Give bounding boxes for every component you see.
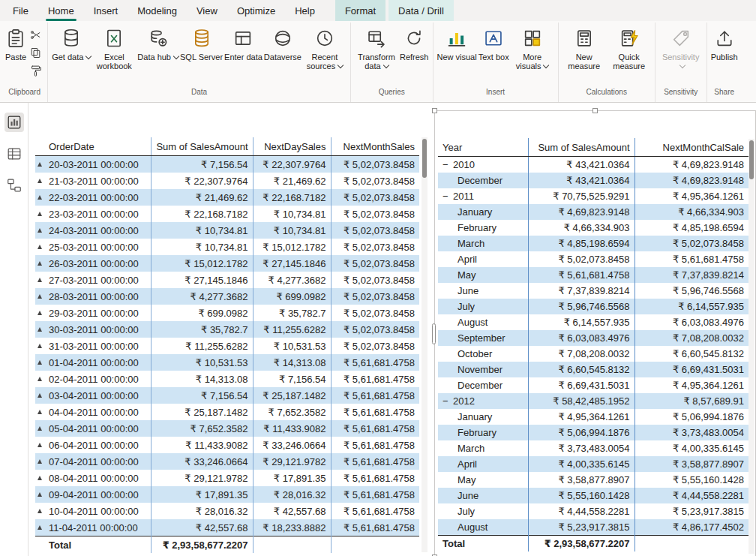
enter-data-button[interactable]: Enter data	[224, 23, 262, 86]
quick-measure-button[interactable]: Quick measure	[608, 23, 651, 86]
matrix-row[interactable]: −August ₹ 5,23,917.3815 ₹ 4,86,177.4502	[438, 519, 748, 536]
matrix-row[interactable]: −April ₹ 5,02,073.8458 ₹ 5,61,681.4758	[438, 251, 748, 267]
collapse-icon[interactable]: −	[442, 191, 453, 202]
table-row[interactable]: 25-03-2011 00:00:00 ₹ 10,734.81 ₹ 15,012…	[35, 239, 419, 255]
more-visuals-button[interactable]: More visuals	[511, 23, 554, 86]
matrix-visual-monthly-sales[interactable]: Year Sum of SalesAmount NextMonthCalSale…	[434, 110, 756, 556]
matrix-row[interactable]: −December ₹ 6,69,431.5031 ₹ 4,95,364.126…	[438, 377, 748, 393]
get-data-button[interactable]: Get data	[52, 23, 91, 86]
format-painter-icon[interactable]	[29, 65, 42, 77]
matrix-row[interactable]: −February ₹ 5,06,994.1876 ₹ 3,73,483.005…	[438, 425, 748, 440]
matrix-row[interactable]: −May ₹ 5,61,681.4758 ₹ 7,37,839.8214	[438, 267, 748, 283]
publish-button[interactable]: Publish	[711, 23, 738, 86]
table-row[interactable]: 06-04-2011 00:00:00 ₹ 11,433.9082 ₹ 33,2…	[35, 437, 419, 453]
dataverse-button[interactable]: Dataverse	[264, 23, 302, 86]
paste-button[interactable]: Paste	[5, 23, 26, 86]
table-row[interactable]: 11-04-2011 00:00:00 ₹ 42,557.68 ₹ 18,233…	[35, 519, 419, 536]
resize-handle-top-middle[interactable]	[592, 108, 598, 113]
matrix-row[interactable]: −May ₹ 3,58,877.8907 ₹ 5,55,160.1428	[438, 472, 748, 488]
ribbon-tab[interactable]: File	[3, 0, 38, 21]
table-row[interactable]: 09-04-2011 00:00:00 ₹ 17,891.35 ₹ 28,016…	[35, 486, 419, 503]
table-row[interactable]: 04-04-2011 00:00:00 ₹ 25,187.1482 ₹ 7,65…	[35, 404, 419, 420]
matrix-row[interactable]: −July ₹ 4,44,558.2281 ₹ 5,23,917.3815	[438, 503, 748, 519]
excel-workbook-button[interactable]: Excel workbook	[92, 23, 136, 86]
column-header-year[interactable]: Year	[438, 138, 528, 157]
column-header-next-day-sales[interactable]: NextDaySales	[253, 137, 331, 156]
ribbon-tab[interactable]: Insert	[84, 0, 128, 21]
matrix-row[interactable]: −August ₹ 6,14,557.935 ₹ 6,03,083.4976	[438, 314, 748, 330]
resize-handle-top-left[interactable]	[432, 108, 437, 113]
matrix-row[interactable]: −July ₹ 5,96,746.5568 ₹ 6,14,557.935	[438, 299, 748, 314]
table-row[interactable]: 01-04-2011 00:00:00 ₹ 10,531.53 ₹ 14,313…	[35, 354, 419, 371]
next-month-sales-cell: ₹ 5,02,073.8458	[331, 305, 419, 321]
new-visual-button[interactable]: New visual	[437, 23, 477, 86]
table-row[interactable]: 26-03-2011 00:00:00 ₹ 15,012.1782 ₹ 27,1…	[35, 255, 419, 272]
table-row[interactable]: 28-03-2011 00:00:00 ₹ 4,277.3682 ₹ 699.0…	[35, 288, 419, 305]
matrix-row[interactable]: −2010 ₹ 43,421.0364 ₹ 4,69,823.9148	[438, 157, 748, 173]
table-row[interactable]: 21-03-2011 00:00:00 ₹ 22,307.9764 ₹ 21,4…	[35, 173, 419, 189]
ribbon-tab[interactable]: Home	[38, 0, 84, 21]
scrollbar[interactable]	[422, 137, 428, 552]
matrix-row[interactable]: −November ₹ 6,60,545.8132 ₹ 6,69,431.503…	[438, 362, 748, 377]
recent-sources-button[interactable]: Recent sources	[303, 23, 346, 86]
refresh-button[interactable]: Refresh	[400, 23, 429, 86]
matrix-row[interactable]: −October ₹ 7,08,208.0032 ₹ 6,60,545.8132	[438, 346, 748, 362]
sales-amount-cell: ₹ 35,782.7	[151, 321, 253, 338]
table-row[interactable]: 05-04-2011 00:00:00 ₹ 7,652.3582 ₹ 11,43…	[35, 420, 419, 437]
table-row[interactable]: 10-04-2011 00:00:00 ₹ 28,016.32 ₹ 42,557…	[35, 503, 419, 519]
table-row[interactable]: 23-03-2011 00:00:00 ₹ 22,168.7182 ₹ 10,7…	[35, 206, 419, 222]
matrix-row[interactable]: −September ₹ 6,03,083.4976 ₹ 7,08,208.00…	[438, 330, 748, 346]
table-view-icon[interactable]	[4, 144, 24, 164]
matrix-row[interactable]: −2012 ₹ 58,42,485.1952 ₹ 8,57,689.91	[438, 393, 748, 409]
table-row[interactable]: 03-04-2011 00:00:00 ₹ 7,156.54 ₹ 25,187.…	[35, 387, 419, 404]
table-row[interactable]: 27-03-2011 00:00:00 ₹ 27,145.1846 ₹ 4,27…	[35, 272, 419, 288]
matrix-row[interactable]: −April ₹ 4,00,335.6145 ₹ 3,58,877.8907	[438, 456, 748, 472]
new-measure-button[interactable]: New measure	[562, 23, 606, 86]
matrix-row[interactable]: −January ₹ 4,95,364.1261 ₹ 5,06,994.1876	[438, 409, 748, 425]
table-row[interactable]: 02-04-2011 00:00:00 ₹ 14,313.08 ₹ 7,156.…	[35, 371, 419, 387]
table-visual-daily-sales[interactable]: OrderDate Sum of SalesAmount NextDaySale…	[34, 112, 429, 554]
table-row[interactable]: 22-03-2011 00:00:00 ₹ 21,469.62 ₹ 22,168…	[35, 189, 419, 206]
resize-handle-left-middle[interactable]	[432, 323, 436, 344]
ribbon-tab[interactable]: Help	[285, 0, 325, 21]
cut-icon[interactable]	[29, 29, 42, 41]
table-row[interactable]: 29-03-2011 00:00:00 ₹ 699.0982 ₹ 35,782.…	[35, 305, 419, 321]
report-view-icon[interactable]	[4, 113, 24, 132]
scrollbar-thumb[interactable]	[749, 140, 754, 179]
transform-data-button[interactable]: Transform data	[355, 23, 398, 86]
table-row[interactable]: 20-03-2011 00:00:00 ₹ 7,156.54 ₹ 22,307.…	[35, 156, 419, 173]
sql-server-button[interactable]: SQL Server	[180, 23, 223, 86]
column-header-next-month-cal-sale[interactable]: NextMonthCalSale	[634, 138, 748, 157]
matrix-row[interactable]: −December ₹ 43,421.0364 ₹ 4,69,823.9148	[438, 173, 748, 188]
matrix-row[interactable]: −January ₹ 4,69,823.9148 ₹ 4,66,334.903	[438, 204, 748, 220]
table-row[interactable]: 31-03-2011 00:00:00 ₹ 11,255.6282 ₹ 10,5…	[35, 338, 419, 354]
matrix-row[interactable]: −March ₹ 4,85,198.6594 ₹ 5,02,073.8458	[438, 236, 748, 251]
column-header-next-month-sales[interactable]: NextMonthSales	[331, 137, 419, 156]
model-view-icon[interactable]	[4, 176, 24, 195]
column-header-sales-amount[interactable]: Sum of SalesAmount	[528, 138, 634, 157]
matrix-row[interactable]: −2011 ₹ 70,75,525.9291 ₹ 4,95,364.1261	[438, 188, 748, 204]
column-header-sales-amount[interactable]: Sum of SalesAmount	[151, 137, 253, 156]
ribbon-tab[interactable]: Optimize	[227, 0, 285, 21]
table-row[interactable]: 08-04-2011 00:00:00 ₹ 29,121.9782 ₹ 17,8…	[35, 470, 419, 486]
collapse-icon[interactable]: −	[442, 395, 453, 407]
scrollbar-thumb[interactable]	[422, 139, 427, 178]
collapse-icon[interactable]: −	[442, 159, 453, 170]
ribbon-tab[interactable]: Format	[335, 0, 386, 21]
ribbon-group-insert: New visual Text box More visuals Insert	[434, 23, 559, 102]
matrix-row[interactable]: −February ₹ 4,66,334.903 ₹ 4,85,198.6594	[438, 220, 748, 236]
ribbon-tab[interactable]: Data / Drill	[388, 0, 454, 21]
matrix-row[interactable]: −June ₹ 7,37,839.8214 ₹ 5,96,746.5568	[438, 283, 748, 299]
table-row[interactable]: 30-03-2011 00:00:00 ₹ 35,782.7 ₹ 11,255.…	[35, 321, 419, 338]
table-row[interactable]: 07-04-2011 00:00:00 ₹ 33,246.0664 ₹ 29,1…	[35, 453, 419, 470]
copy-icon[interactable]	[29, 47, 42, 59]
ribbon-tab[interactable]: View	[187, 0, 227, 21]
table-row[interactable]: 24-03-2011 00:00:00 ₹ 10,734.81 ₹ 10,734…	[35, 222, 419, 239]
matrix-row[interactable]: −June ₹ 5,55,160.1428 ₹ 4,44,558.2281	[438, 488, 748, 503]
ribbon-tab[interactable]: Modeling	[128, 0, 187, 21]
text-box-button[interactable]: Text box	[478, 23, 509, 86]
data-hub-button[interactable]: Data hub	[137, 23, 178, 86]
scrollbar[interactable]	[748, 139, 754, 554]
matrix-row[interactable]: −March ₹ 3,73,483.0054 ₹ 4,00,335.6145	[438, 440, 748, 456]
column-header-orderdate[interactable]: OrderDate	[44, 137, 151, 156]
